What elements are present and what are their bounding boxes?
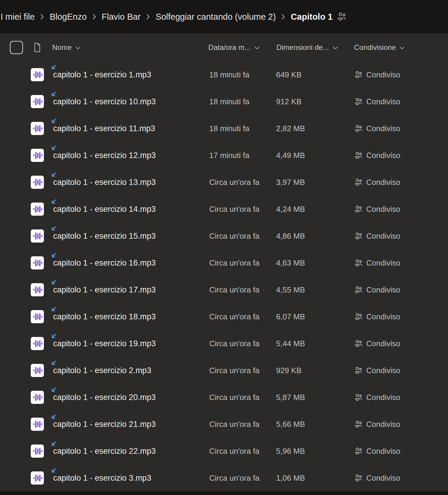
modified-time: Circa un'ora fa — [209, 205, 259, 214]
sharing-label: Condiviso — [366, 124, 400, 133]
sharing-status[interactable]: Condiviso — [355, 366, 400, 375]
file-name[interactable]: capitolo 1 - esercizio 21.mp3 — [53, 420, 156, 429]
sharing-label: Condiviso — [366, 70, 400, 79]
column-header-sharing[interactable]: Condivisione — [354, 43, 405, 52]
file-name[interactable]: capitolo 1 - esercizio 14.mp3 — [53, 205, 156, 214]
table-row[interactable]: capitolo 1 - esercizio 18.mp3 Circa un'o… — [0, 303, 448, 330]
table-row[interactable]: capitolo 1 - esercizio 2.mp3 Circa un'or… — [0, 357, 448, 384]
breadcrumb-item-capitolo-1[interactable]: Capitolo 1 — [291, 12, 332, 22]
sharing-label: Condiviso — [366, 312, 400, 321]
file-name-cell[interactable]: capitolo 1 - esercizio 17.mp3 — [31, 276, 207, 303]
sharing-label: Condiviso — [366, 258, 400, 268]
file-name-cell[interactable]: capitolo 1 - esercizio 22.mp3 — [31, 438, 207, 465]
file-name-cell[interactable]: capitolo 1 - esercizio 10.mp3 — [31, 88, 207, 115]
file-name-cell[interactable]: capitolo 1 - esercizio 16.mp3 — [31, 249, 207, 276]
file-name-cell[interactable]: capitolo 1 - esercizio 19.mp3 — [31, 330, 207, 357]
select-all-checkbox[interactable] — [10, 41, 23, 54]
sharing-status[interactable]: Condiviso — [355, 258, 400, 268]
column-header-modified-label: Data/ora m... — [208, 43, 251, 52]
file-name[interactable]: capitolo 1 - esercizio 1.mp3 — [53, 70, 151, 79]
audio-waveform-icon — [31, 337, 44, 350]
sharing-status[interactable]: Condiviso — [355, 151, 400, 160]
sharing-status[interactable]: Condiviso — [355, 205, 400, 214]
table-row[interactable]: capitolo 1 - esercizio 10.mp3 18 minuti … — [0, 88, 448, 115]
breadcrumb-item-flavio-bar[interactable]: Flavio Bar — [102, 12, 141, 22]
sharing-label: Condiviso — [366, 420, 400, 429]
table-row[interactable]: capitolo 1 - esercizio 20.mp3 Circa un'o… — [0, 384, 448, 411]
file-name[interactable]: capitolo 1 - esercizio 16.mp3 — [53, 258, 156, 268]
file-name[interactable]: capitolo 1 - esercizio 15.mp3 — [53, 232, 156, 241]
file-name-cell[interactable]: capitolo 1 - esercizio 15.mp3 — [31, 223, 207, 249]
file-name-cell[interactable]: capitolo 1 - esercizio 13.mp3 — [31, 169, 207, 196]
file-size: 5,87 MB — [276, 393, 305, 402]
file-name[interactable]: capitolo 1 - esercizio 10.mp3 — [53, 97, 156, 106]
table-row[interactable]: capitolo 1 - esercizio 14.mp3 Circa un'o… — [0, 196, 448, 223]
file-name-cell[interactable]: capitolo 1 - esercizio 1.mp3 — [31, 61, 207, 88]
document-icon[interactable] — [33, 42, 41, 52]
chevron-down-icon — [333, 47, 338, 50]
sharing-status[interactable]: Condiviso — [355, 70, 400, 79]
column-header-size[interactable]: Dimensioni de... — [276, 43, 338, 52]
sharing-status[interactable]: Condiviso — [355, 97, 400, 106]
people-icon — [355, 71, 363, 79]
sharing-status[interactable]: Condiviso — [355, 285, 400, 295]
chevron-right-icon — [93, 14, 96, 20]
file-name[interactable]: capitolo 1 - esercizio 12.mp3 — [53, 151, 156, 160]
table-row[interactable]: capitolo 1 - esercizio 3.mp3 Circa un'or… — [0, 465, 448, 491]
table-row[interactable]: capitolo 1 - esercizio 21.mp3 Circa un'o… — [0, 411, 448, 438]
table-row[interactable]: capitolo 1 - esercizio 1.mp3 18 minuti f… — [0, 61, 448, 88]
file-name[interactable]: capitolo 1 - esercizio 17.mp3 — [53, 285, 156, 295]
audio-waveform-icon — [31, 68, 44, 81]
breadcrumb: I miei file BlogEnzo Flavio Bar Solfeggi… — [0, 0, 448, 33]
file-name[interactable]: capitolo 1 - esercizio 22.mp3 — [53, 447, 156, 456]
sharing-status[interactable]: Condiviso — [355, 232, 400, 241]
column-header-name[interactable]: Nome — [52, 43, 81, 52]
file-name-cell[interactable]: capitolo 1 - esercizio 21.mp3 — [31, 411, 207, 438]
sharing-status[interactable]: Condiviso — [355, 339, 400, 348]
table-row[interactable]: capitolo 1 - esercizio 17.mp3 Circa un'o… — [0, 276, 448, 303]
sharing-status[interactable]: Condiviso — [355, 393, 400, 402]
table-row[interactable]: capitolo 1 - esercizio 13.mp3 Circa un'o… — [0, 169, 448, 196]
file-size: 4,86 MB — [276, 232, 305, 241]
sharing-status[interactable]: Condiviso — [355, 124, 400, 133]
table-row[interactable]: capitolo 1 - esercizio 12.mp3 17 minuti … — [0, 142, 448, 169]
table-row[interactable]: capitolo 1 - esercizio 16.mp3 Circa un'o… — [0, 249, 448, 276]
audio-waveform-icon — [31, 445, 44, 458]
table-row[interactable]: capitolo 1 - esercizio 11.mp3 18 minuti … — [0, 115, 448, 142]
breadcrumb-item-solfeggiar[interactable]: Solfeggiar cantando (volume 2) — [156, 12, 276, 22]
file-name-cell[interactable]: capitolo 1 - esercizio 11.mp3 — [31, 115, 207, 142]
file-name[interactable]: capitolo 1 - esercizio 2.mp3 — [53, 366, 151, 375]
file-name-cell[interactable]: capitolo 1 - esercizio 2.mp3 — [31, 357, 207, 384]
modified-time: 18 minuti fa — [209, 97, 249, 106]
sharing-status[interactable]: Condiviso — [355, 178, 400, 187]
file-name[interactable]: capitolo 1 - esercizio 20.mp3 — [53, 393, 156, 402]
breadcrumb-item-my-files[interactable]: I miei file — [1, 12, 35, 22]
sharing-status[interactable]: Condiviso — [355, 420, 400, 429]
modified-time: Circa un'ora fa — [209, 178, 259, 187]
file-size: 929 KB — [276, 366, 301, 375]
file-name-cell[interactable]: capitolo 1 - esercizio 3.mp3 — [31, 465, 207, 491]
file-list-panel: Nome Data/ora m... Dimensioni de... Cond… — [0, 33, 448, 491]
table-row[interactable]: capitolo 1 - esercizio 15.mp3 Circa un'o… — [0, 223, 448, 249]
sharing-label: Condiviso — [366, 178, 400, 187]
file-name-cell[interactable]: capitolo 1 - esercizio 14.mp3 — [31, 196, 207, 223]
file-rows: capitolo 1 - esercizio 1.mp3 18 minuti f… — [0, 61, 448, 491]
file-name[interactable]: capitolo 1 - esercizio 11.mp3 — [53, 124, 155, 133]
sharing-status[interactable]: Condiviso — [355, 447, 400, 456]
file-name[interactable]: capitolo 1 - esercizio 18.mp3 — [53, 312, 156, 321]
file-name[interactable]: capitolo 1 - esercizio 19.mp3 — [53, 339, 156, 348]
file-name[interactable]: capitolo 1 - esercizio 13.mp3 — [53, 178, 156, 187]
file-name[interactable]: capitolo 1 - esercizio 3.mp3 — [53, 473, 151, 483]
file-name-cell[interactable]: capitolo 1 - esercizio 18.mp3 — [31, 303, 207, 330]
sharing-status[interactable]: Condiviso — [355, 312, 400, 321]
table-row[interactable]: capitolo 1 - esercizio 22.mp3 Circa un'o… — [0, 438, 448, 465]
file-name-cell[interactable]: capitolo 1 - esercizio 12.mp3 — [31, 142, 207, 169]
file-name-cell[interactable]: capitolo 1 - esercizio 20.mp3 — [31, 384, 207, 411]
column-header-modified[interactable]: Data/ora m... — [208, 43, 260, 52]
file-size: 649 KB — [276, 70, 301, 79]
breadcrumb-item-blogenzo[interactable]: BlogEnzo — [50, 12, 87, 22]
sharing-status[interactable]: Condiviso — [355, 473, 400, 483]
modified-time: 18 minuti fa — [209, 124, 249, 133]
people-icon[interactable] — [337, 12, 347, 22]
table-row[interactable]: capitolo 1 - esercizio 19.mp3 Circa un'o… — [0, 330, 448, 357]
